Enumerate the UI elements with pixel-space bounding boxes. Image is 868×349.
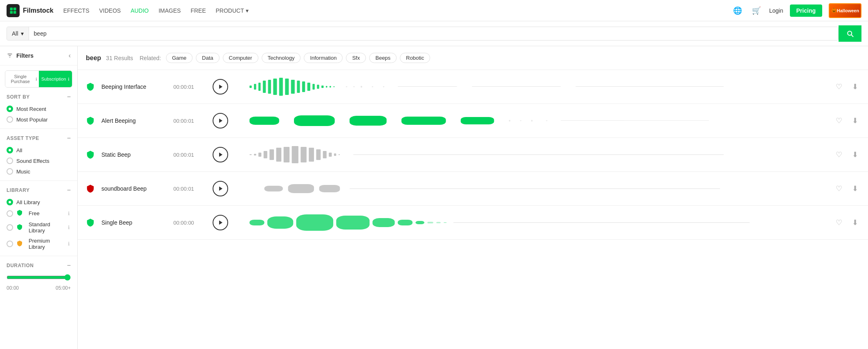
- login-button[interactable]: Login: [769, 7, 783, 14]
- tag-information[interactable]: Information: [304, 53, 343, 63]
- svg-rect-8: [249, 86, 251, 88]
- search-type-select[interactable]: All ▾: [7, 27, 29, 40]
- svg-rect-13: [273, 79, 277, 95]
- asset-sound-effects[interactable]: Sound Effects: [7, 158, 71, 164]
- library-collapse-button[interactable]: −: [67, 187, 71, 194]
- globe-icon[interactable]: 🌐: [731, 5, 744, 17]
- track-play-button-2[interactable]: [213, 113, 228, 128]
- sidebar-header: Filters ‹: [0, 46, 77, 65]
- svg-rect-31: [398, 86, 457, 87]
- search-input[interactable]: [29, 27, 838, 40]
- standard-shield-icon: [16, 224, 23, 230]
- duration-section: DURATION − 00:00 05:00+: [0, 256, 77, 297]
- library-section: LIBRARY − All Library: [0, 181, 77, 256]
- asset-music[interactable]: Music: [7, 168, 71, 175]
- search-submit-button[interactable]: [839, 25, 861, 42]
- track-download-button-3[interactable]: ⬇: [850, 149, 860, 161]
- halloween-banner[interactable]: 🎃 Halloween: [829, 3, 861, 18]
- library-premium[interactable]: Premium Library: [7, 238, 67, 250]
- svg-rect-23: [326, 86, 327, 88]
- duration-collapse-button[interactable]: −: [67, 262, 71, 269]
- library-header: LIBRARY −: [7, 187, 71, 194]
- sort-most-recent[interactable]: Most Recent: [7, 106, 71, 112]
- svg-rect-26: [346, 86, 348, 87]
- main-content: beep 31 Results Related: Game Data Compu…: [78, 46, 868, 349]
- track-favorite-button-2[interactable]: ♡: [834, 115, 844, 127]
- track-play-button-1[interactable]: [213, 79, 228, 95]
- search-bar-inner: All ▾: [7, 27, 839, 41]
- tag-robotic[interactable]: Robotic: [400, 53, 430, 63]
- logo[interactable]: Filmstock: [7, 4, 54, 17]
- asset-all[interactable]: All: [7, 147, 71, 153]
- track-play-button-4[interactable]: [213, 181, 228, 196]
- library-free-info-button[interactable]: ℹ: [67, 210, 71, 217]
- track-download-button-5[interactable]: ⬇: [850, 216, 860, 229]
- duration-range-slider[interactable]: [7, 274, 71, 281]
- sidebar-collapse-button[interactable]: ‹: [69, 52, 71, 59]
- tag-game[interactable]: Game: [166, 53, 193, 63]
- tag-technology[interactable]: Technology: [262, 53, 301, 63]
- pricing-button[interactable]: Pricing: [790, 5, 822, 17]
- track-row: soundboard Beep 00:00:01: [78, 172, 868, 206]
- nav-actions: 🌐 🛒 Login Pricing 🎃 Halloween: [731, 3, 861, 18]
- track-download-button-1[interactable]: ⬇: [850, 81, 860, 93]
- tag-data[interactable]: Data: [196, 53, 219, 63]
- cart-icon[interactable]: 🛒: [750, 5, 763, 17]
- library-standard[interactable]: Standard Library: [7, 221, 67, 234]
- svg-rect-53: [292, 146, 298, 163]
- sort-by-collapse-button[interactable]: −: [67, 93, 71, 101]
- tag-computer[interactable]: Computer: [223, 53, 258, 63]
- svg-rect-72: [372, 218, 395, 227]
- nav-videos[interactable]: VIDEOS: [99, 7, 121, 14]
- track-download-button-4[interactable]: ⬇: [850, 182, 860, 195]
- track-duration-3: 00:00:01: [173, 152, 206, 158]
- asset-type-collapse-button[interactable]: −: [67, 135, 71, 142]
- track-favorite-button-1[interactable]: ♡: [834, 81, 844, 93]
- svg-rect-57: [323, 151, 327, 158]
- library-free[interactable]: Free: [7, 209, 40, 217]
- svg-rect-70: [296, 214, 333, 231]
- track-favorite-button-3[interactable]: ♡: [834, 149, 844, 161]
- nav-free[interactable]: FREE: [191, 7, 206, 14]
- track-actions-3: ♡ ⬇: [834, 149, 860, 161]
- free-shield-icon: [16, 209, 23, 216]
- svg-rect-38: [401, 117, 446, 125]
- chevron-down-icon: ▾: [246, 7, 249, 14]
- svg-rect-51: [276, 148, 282, 162]
- track-favorite-button-4[interactable]: ♡: [834, 182, 844, 195]
- track-title-3: Static Beep: [101, 151, 167, 158]
- track-favorite-button-5[interactable]: ♡: [834, 216, 844, 229]
- nav-effects[interactable]: EFFECTS: [63, 7, 90, 14]
- sort-most-popular[interactable]: Most Popular: [7, 116, 71, 123]
- track-actions-2: ♡ ⬇: [834, 115, 860, 127]
- nav-images[interactable]: IMAGES: [159, 7, 181, 14]
- nav-product[interactable]: PRODUCT ▾: [216, 7, 249, 14]
- svg-rect-56: [316, 149, 321, 160]
- subscription-tab[interactable]: Subscription ℹ: [39, 71, 72, 87]
- track-duration-5: 00:00:00: [173, 220, 206, 226]
- library-free-radio: [7, 210, 13, 217]
- svg-rect-28: [361, 86, 362, 88]
- svg-rect-44: [561, 120, 709, 121]
- track-play-button-5[interactable]: [213, 215, 228, 230]
- svg-rect-33: [576, 86, 724, 87]
- svg-rect-41: [520, 120, 522, 121]
- library-premium-info-button[interactable]: ℹ: [67, 240, 71, 248]
- track-play-button-3[interactable]: [213, 147, 228, 162]
- library-all[interactable]: All Library: [7, 199, 71, 205]
- svg-rect-59: [334, 153, 336, 156]
- tag-beeps[interactable]: Beeps: [369, 53, 397, 63]
- single-purchase-tab[interactable]: Single Purchase ℹ: [5, 71, 39, 87]
- svg-rect-46: [249, 154, 251, 155]
- asset-all-radio: [7, 147, 13, 153]
- track-row: Static Beep 00:00:01: [78, 138, 868, 172]
- svg-rect-36: [294, 115, 335, 126]
- svg-rect-78: [453, 223, 750, 223]
- svg-rect-3: [13, 11, 16, 14]
- tag-sfx[interactable]: Sfx: [346, 53, 366, 63]
- library-standard-info-button[interactable]: ℹ: [67, 224, 71, 231]
- sort-by-section: SORT BY − Most Recent Most Popular: [0, 88, 77, 129]
- track-download-button-2[interactable]: ⬇: [850, 115, 860, 127]
- nav-audio[interactable]: AUDIO: [130, 7, 148, 14]
- asset-music-radio: [7, 168, 13, 175]
